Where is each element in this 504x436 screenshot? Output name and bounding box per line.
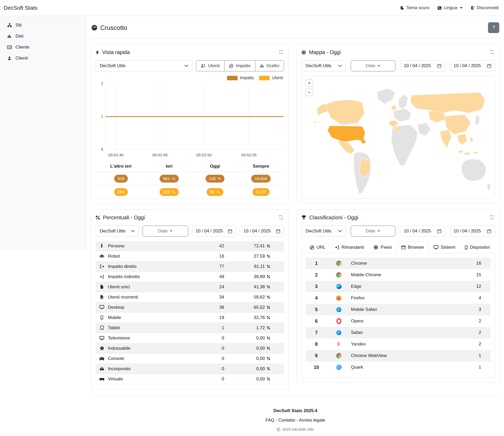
- sidebar-item-label: Dati: [15, 34, 23, 39]
- sidebar-item-siti[interactable]: Siti: [0, 20, 86, 31]
- zoom-out-button[interactable]: −: [306, 89, 313, 96]
- globe-icon: [374, 245, 378, 250]
- page-title-text: Cruscotto: [100, 24, 127, 31]
- idcard-icon: [7, 45, 12, 49]
- percentages-card: Percentuali - Oggi DecSoft Utils Date 10…: [91, 209, 289, 389]
- x-axis-tick: 05:52:55: [241, 153, 256, 157]
- summary-badge-impatto: 10.634: [251, 175, 270, 183]
- legend-swatch: [259, 76, 270, 80]
- date-preset-dropdown[interactable]: Date: [351, 60, 395, 71]
- percent-row-tablet: Tablet11,72: [96, 323, 284, 333]
- percent-sign-icon: [267, 316, 270, 319]
- signout-icon: [99, 265, 105, 268]
- tab-browser[interactable]: Browser: [397, 242, 429, 253]
- percent-row-televisione: Televisione00,00: [96, 333, 284, 343]
- sidebar-item-cliente[interactable]: Cliente: [0, 42, 86, 53]
- logout-door-icon: [470, 6, 475, 10]
- site-select-value: DecSoft Utils: [306, 63, 331, 68]
- desktop-icon: [99, 305, 105, 309]
- footer-link-avviso-legale[interactable]: Avviso legale: [299, 418, 325, 423]
- date-from-value: 10 / 04 / 2025: [404, 228, 431, 234]
- refresh-button[interactable]: [489, 49, 495, 56]
- desktop-icon: [434, 245, 438, 249]
- date-from-input[interactable]: 10 / 04 / 2025: [400, 226, 445, 237]
- browser-count: 1: [459, 365, 491, 370]
- percent-label: Mobile: [108, 315, 121, 320]
- globe-icon: [301, 50, 306, 55]
- refresh-button[interactable]: [278, 49, 284, 56]
- dark-theme-toggle[interactable]: Tema scuro: [400, 5, 429, 10]
- ranking-row-mobile-safari: 5Mobile Safari3: [306, 304, 491, 315]
- view-utenti-button[interactable]: Utenti: [196, 60, 224, 71]
- view-impatto-button[interactable]: Impatto: [224, 60, 255, 71]
- refresh-button[interactable]: [278, 214, 284, 221]
- ranking-row-safari: 7Safari2: [306, 327, 491, 338]
- date-preset-dropdown[interactable]: Date: [351, 226, 395, 237]
- refresh-icon: [489, 215, 495, 220]
- ranking-row-chrome: 1Chrome16: [306, 258, 491, 269]
- map-title-text: Mappa - Oggi: [309, 49, 341, 55]
- site-select-value: DecSoft Utils: [100, 63, 125, 68]
- date-preset-dropdown[interactable]: Date: [143, 226, 188, 237]
- site-select[interactable]: DecSoft Utils: [96, 60, 192, 71]
- tab-rimandanti[interactable]: Rimandanti: [330, 242, 369, 253]
- view-grafici-button[interactable]: Grafici: [255, 60, 284, 71]
- summary-badge-impatto: 126: [206, 175, 225, 183]
- percent-sign-icon: [267, 306, 270, 309]
- tab-sistemi[interactable]: Sistemi: [429, 242, 460, 253]
- date-from-input[interactable]: 10 / 04 / 2025: [400, 60, 445, 71]
- moon-icon: [400, 6, 404, 10]
- percent-value: 0: [185, 354, 224, 364]
- rank-number: 7: [306, 330, 327, 336]
- browser-name: Safari: [351, 330, 459, 335]
- date-from-input[interactable]: 10 / 04 / 2025: [192, 226, 236, 237]
- tab-paesi[interactable]: Paesi: [369, 242, 397, 253]
- person-icon: [99, 243, 105, 248]
- language-menu[interactable]: Az Lingua: [437, 5, 463, 10]
- sidebar-item-clienti[interactable]: Clienti: [0, 53, 86, 64]
- date-to-input[interactable]: 10 / 04 / 2025: [240, 226, 284, 237]
- rank-number: 5: [306, 307, 327, 312]
- chrome-logo-icon: [327, 353, 351, 359]
- sidebar-item-dati[interactable]: Dati: [0, 31, 86, 42]
- date-to-value: 10 / 04 / 2025: [454, 228, 481, 234]
- calendar-icon: [276, 229, 280, 233]
- calendar-icon: [487, 64, 491, 68]
- firefox-logo-icon: [327, 295, 351, 301]
- svg-text:A: A: [438, 7, 440, 9]
- help-button[interactable]: ?: [488, 22, 499, 33]
- theme-label: Tema scuro: [406, 5, 429, 10]
- map-title: Mappa - Oggi: [301, 49, 341, 55]
- percent-label: Impatto diretto: [108, 264, 136, 269]
- browser-count: 3: [459, 307, 491, 312]
- tab-dispositivi[interactable]: Dispositivi: [460, 242, 495, 253]
- percent-label: Impatto indiretto: [108, 274, 140, 279]
- chart-plot-area: 05:52:4005:52:4505:52:5005:52:55012: [105, 83, 284, 150]
- summary-badge-impatto: 561: [160, 175, 179, 183]
- site-select[interactable]: DecSoft Utils: [301, 226, 346, 237]
- footer-link-faq[interactable]: FAQ: [265, 418, 274, 423]
- calendar-icon: [228, 229, 232, 233]
- summary-row: 284223583.127: [96, 185, 284, 199]
- opera-logo-icon: [327, 318, 351, 324]
- date-to-input[interactable]: 10 / 04 / 2025: [450, 60, 495, 71]
- logout-button[interactable]: Disconnetti: [470, 5, 499, 10]
- car-icon: [99, 367, 105, 371]
- svg-text:z: z: [440, 8, 441, 9]
- footer-link-contatto[interactable]: Contatto: [278, 418, 295, 423]
- summary-row: 91856112610.634: [96, 172, 284, 185]
- logout-label: Disconnetti: [477, 5, 499, 10]
- edge-logo-icon: [327, 284, 351, 289]
- tab-url[interactable]: URL: [305, 242, 330, 253]
- date-to-input[interactable]: 10 / 04 / 2025: [450, 226, 495, 237]
- refresh-button[interactable]: [489, 214, 495, 221]
- site-select[interactable]: DecSoft Utils: [96, 226, 139, 237]
- summary-column-header: Oggi: [192, 161, 238, 172]
- percent-sign-icon: [267, 367, 270, 370]
- user-icon: [7, 56, 12, 60]
- x-axis-tick: 05:52:45: [152, 153, 167, 157]
- trend-down-icon: [172, 177, 175, 180]
- world-map[interactable]: + −: [301, 76, 495, 199]
- zoom-in-button[interactable]: +: [306, 79, 313, 87]
- site-select[interactable]: DecSoft Utils: [301, 60, 346, 71]
